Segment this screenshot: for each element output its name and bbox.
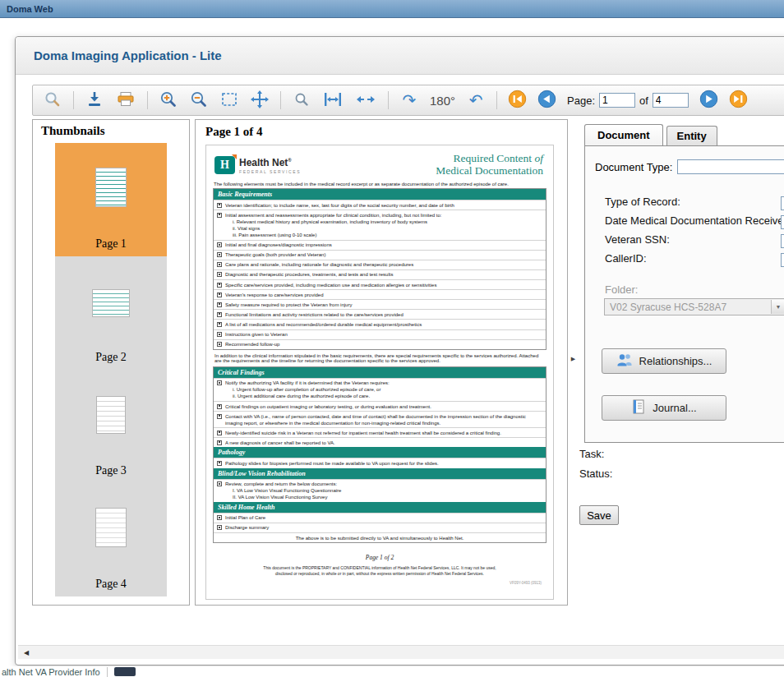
checkbox-icon (217, 525, 222, 530)
checkbox-icon (217, 342, 222, 347)
checkbox-icon (217, 203, 222, 208)
bottom-partial-strip: alth Net VA Provider Info (0, 666, 784, 677)
journal-button-label: Journal... (653, 402, 696, 414)
toolbar-separator (496, 91, 497, 109)
thumbnail-list: Page 1Page 2Page 3Page 4 (55, 143, 167, 596)
checkbox-icon (217, 213, 222, 218)
doc-checklist-row: Safety measure required to protect the V… (214, 299, 546, 309)
checkbox-icon (217, 252, 222, 257)
rotate-180-label[interactable]: 180° (430, 94, 455, 108)
panel-field-input[interactable] (781, 234, 784, 248)
thumbnail-preview (95, 508, 127, 547)
doc-row-text: Therapeutic goals (both provider and Vet… (225, 251, 543, 258)
checkbox-icon (217, 380, 222, 385)
doc-row-text: Instructions given to Veteran (225, 331, 543, 338)
doc-row-text: Notify the authorizing VA facility if it… (225, 380, 543, 399)
thumbnail-preview (95, 168, 127, 207)
search-button[interactable] (43, 90, 62, 110)
marquee-zoom-button[interactable] (219, 90, 239, 110)
doc-checklist-row: Review, complete and return the below do… (214, 479, 546, 502)
next-page-icon (699, 90, 718, 111)
tab-entity[interactable]: Entity (666, 126, 717, 145)
doc-section-header: Blind/Low Vision Rehabilitation (214, 468, 546, 479)
doc-checklist-row: Veteran's response to care/services prov… (214, 289, 546, 299)
last-page-button[interactable] (729, 90, 748, 110)
doc-checklist-row: Discharge summary (214, 523, 546, 532)
doc-checklist-row: Veteran identification; to include name,… (214, 200, 546, 210)
checkbox-icon (217, 302, 222, 307)
doc-checklist-row: Recommended follow-up (214, 339, 546, 349)
document-header: H Health Net® FEDERAL SERVICES Required … (213, 150, 546, 182)
total-pages-input[interactable] (653, 93, 689, 108)
dynamic-zoom-button[interactable] (292, 90, 311, 110)
next-page-button[interactable] (699, 90, 718, 110)
doc-checklist-row: Initial and final diagnoses/diagnostic i… (214, 240, 546, 250)
relationships-button[interactable]: Relationships... (602, 348, 726, 374)
viewer-toolbar: ↷ 180° ↶ Page: of (32, 85, 784, 116)
scroll-left-arrow-icon[interactable]: ◀ (18, 646, 35, 659)
thumbnail-label: Page 2 (55, 351, 167, 364)
panel-field-input[interactable] (781, 215, 784, 229)
last-page-icon (729, 90, 748, 111)
page-input[interactable] (599, 93, 635, 108)
checkbox-icon (217, 481, 222, 486)
rotate-cw-button[interactable]: ↷ (399, 90, 419, 110)
doc-checklist-row: Diagnostic and therapeutic procedures, t… (214, 269, 546, 279)
panel-field-row: Type of Record: (605, 196, 784, 214)
checkbox-icon (217, 414, 222, 419)
horizontal-scrollbar[interactable]: ◀ (18, 645, 784, 659)
download-icon (85, 90, 104, 111)
checkbox-icon (217, 332, 222, 337)
doc-row-text: Care plans and rationale, including rati… (225, 261, 543, 268)
marquee-zoom-icon (220, 90, 238, 111)
checkbox-icon (217, 283, 222, 288)
panel-field-input[interactable] (781, 196, 784, 210)
pan-button[interactable] (250, 90, 270, 110)
doc-checklist-row: Newly-identified suicide risk in a Veter… (214, 427, 546, 437)
first-page-icon (508, 90, 527, 111)
checkbox-icon (217, 515, 222, 520)
panel-field-input[interactable] (781, 253, 784, 267)
document-type-label: Document Type: (595, 161, 672, 173)
fit-page-button[interactable] (354, 90, 377, 110)
toolbar-separator (388, 91, 389, 109)
doc-row-text: Newly-identified suicide risk in a Veter… (225, 430, 543, 436)
doc-row-text: Functional limitations and activity rest… (225, 311, 543, 318)
doc-section-header: Pathology (214, 447, 546, 458)
health-net-logo-icon: H (214, 156, 235, 174)
thumbnails-panel: Thumbnails Page 1Page 2Page 3Page 4 (32, 119, 190, 606)
chevron-down-icon: ▼ (771, 300, 784, 314)
checkbox-icon (217, 292, 222, 297)
tab-document[interactable]: Document (584, 124, 663, 145)
doc-checklist-row: Critical findings on outpatient imaging … (214, 401, 546, 411)
first-page-button[interactable] (508, 90, 527, 110)
window-titlebar: Doma Web (0, 0, 784, 18)
rotate-ccw-button[interactable]: ↶ (466, 90, 486, 110)
thumbnail-label: Page 4 (55, 578, 167, 591)
document-interlude: In addition to the clinical information … (213, 350, 546, 366)
thumbnail-page-3[interactable]: Page 3 (55, 370, 167, 483)
zoom-out-button[interactable] (189, 90, 209, 110)
thumbnail-page-2[interactable]: Page 2 (55, 256, 167, 370)
fit-width-icon (323, 90, 343, 111)
print-button[interactable] (115, 90, 136, 110)
imaging-app-window: Doma Imaging Application - Lite ↷ 180° ↶… (15, 36, 784, 665)
folder-dropdown[interactable]: V02 Syracuse HCS-528A7 ▼ (604, 298, 784, 315)
thumbnail-page-1[interactable]: Page 1 (55, 143, 167, 256)
rotate-ccw-icon: ↶ (469, 92, 483, 108)
fit-width-button[interactable] (322, 90, 344, 110)
download-button[interactable] (85, 90, 104, 110)
thumbnail-preview (92, 289, 130, 317)
save-button[interactable]: Save (579, 505, 619, 525)
zoom-in-icon (159, 90, 178, 112)
prev-page-button[interactable] (537, 90, 556, 110)
journal-button[interactable]: Journal... (602, 395, 726, 421)
doc-row-text: Initial Plan of Care (225, 514, 543, 521)
toolbar-separator (147, 91, 148, 109)
doc-checklist-row: Functional limitations and activity rest… (214, 309, 546, 319)
partial-link-text[interactable]: alth Net VA Provider Info (0, 667, 100, 677)
document-type-input[interactable] (677, 159, 784, 174)
panel-tabbar: Document Entity (584, 124, 717, 145)
thumbnail-page-4[interactable]: Page 4 (55, 483, 167, 596)
zoom-in-button[interactable] (159, 90, 178, 110)
